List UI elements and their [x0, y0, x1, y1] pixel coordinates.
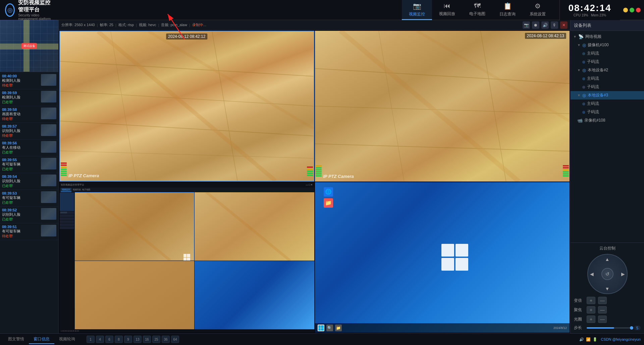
alert-item[interactable]: 08:39:51 有可疑车辆 待处理!	[0, 223, 58, 240]
ptz-focus-plus[interactable]: +	[587, 306, 595, 314]
tree-item-local3[interactable]: ▼ ◎ 本地设备#3	[571, 91, 644, 99]
tab-label-settings: 系统设置	[530, 11, 546, 17]
cam-feed-2: 2024-08-12 08:42:13 IP PTZ Camera	[315, 31, 570, 182]
alert-item[interactable]: 08:39:53 有可疑车辆 已处理!	[0, 190, 58, 207]
map-marker[interactable]: 测试设备	[21, 43, 37, 49]
layout-1[interactable]: 1	[87, 336, 95, 343]
tab-map[interactable]: 🗺 电子地图	[462, 0, 492, 20]
toolbar-record-btn[interactable]: ⏺	[532, 21, 539, 29]
left-panel: 悬浮地图 测试设备 08:40:00 检测到人脸 待处理! 08:39:59	[0, 20, 59, 333]
pip-winquad	[187, 254, 190, 257]
layout-6[interactable]: 6	[105, 336, 113, 343]
close-button[interactable]	[636, 8, 641, 12]
alert-item[interactable]: 08:39:56 有人在移动 已处理!	[0, 140, 58, 156]
ptz-iris-plus[interactable]: +	[587, 316, 595, 323]
tab-video-playback[interactable]: ⏮ 视频回放	[432, 0, 462, 20]
ptz-zoom-minus[interactable]: —	[598, 297, 607, 304]
alert-type: 有人在移动	[2, 145, 39, 150]
ptz-focus-minus[interactable]: —	[598, 306, 607, 314]
pip-wood-lines-1	[75, 193, 194, 260]
ptz-iris-minus[interactable]: —	[598, 316, 607, 323]
tree-item-local2[interactable]: ▼ ◎ 本地设备#2	[571, 66, 644, 74]
vol-seg	[61, 168, 67, 170]
alert-item[interactable]: 08:39:52 识别到人脸 已处理!	[0, 207, 58, 223]
layout-9[interactable]: 9	[124, 336, 132, 343]
tree-item-network[interactable]: ▼ 📡 网络视频	[571, 32, 644, 41]
video-grid: 2024-08-12 08:42:12 IP PTZ Camera	[59, 30, 570, 333]
tree-item-main-stream-100[interactable]: ◎ 主码流	[571, 49, 644, 58]
layout-36[interactable]: 36	[162, 336, 170, 343]
toolbar-close-btn[interactable]: ✕	[560, 21, 568, 29]
layout-16[interactable]: 16	[143, 336, 151, 343]
minimize-button[interactable]	[623, 8, 628, 12]
alert-meta: 08:39:51 有可疑车辆 待处理!	[2, 225, 39, 238]
toolbar-snapshot-btn[interactable]: 📷	[523, 21, 530, 29]
taskbar-icon-search[interactable]: 🔍	[326, 325, 333, 331]
ptz-home-button[interactable]: ↺	[601, 268, 613, 280]
alert-item[interactable]: 08:39:57 识别到人脸 待处理!	[0, 123, 58, 140]
tree-item-sub-stream-100[interactable]: ◎ 子码流	[571, 58, 644, 66]
tab-settings[interactable]: ⚙ 系统设置	[523, 0, 553, 20]
start-button[interactable]	[318, 325, 324, 331]
ptz-down-button[interactable]: ▼	[605, 286, 610, 291]
ptz-right-button[interactable]: ▶	[621, 271, 625, 277]
tree-expand-icon: ▼	[577, 68, 581, 72]
vol-seg	[563, 173, 569, 175]
ptz-left-button[interactable]: ◀	[590, 271, 594, 277]
layout-25[interactable]: 25	[152, 336, 160, 343]
alert-item[interactable]: 08:39:58 画面有变动 待处理!	[0, 106, 58, 123]
layout-13[interactable]: 13	[133, 336, 142, 343]
ptz-zoom-plus[interactable]: +	[587, 297, 595, 304]
tab-icon-playback: ⏮	[444, 2, 450, 10]
tree-item-main-stream-3[interactable]: ◎ 主码流	[571, 99, 644, 108]
tree-item-sub-stream-2[interactable]: ◎ 子码流	[571, 83, 644, 91]
ptz-up-button[interactable]: ▲	[605, 257, 610, 262]
video-cell-bottom-left[interactable]: 安防视频监控管理平台 — □ ✕ 视频监控 视频回放 电子地图	[59, 182, 314, 333]
cam-feed-1: 2024-08-12 08:42:12 IP PTZ Camera	[60, 31, 314, 181]
bottom-tab-window[interactable]: 窗口信息	[29, 335, 54, 344]
alert-item[interactable]: 08:39:59 检测到人脸 已处理!	[0, 89, 58, 106]
alert-status: 已处理!	[2, 150, 39, 155]
toolbar-mic-btn[interactable]: 🎙	[551, 21, 558, 29]
tree-item-main-stream-2[interactable]: ◎ 主码流	[571, 74, 644, 83]
video-cell-top-right[interactable]: 2024-08-12 08:42:13 IP PTZ Camera	[315, 31, 570, 182]
vol-seg	[316, 167, 322, 168]
ptz-iris-label: 光圈	[574, 317, 584, 322]
layout-8[interactable]: 8	[115, 336, 123, 343]
alert-item[interactable]: 08:40:00 检测到人脸 待处理!	[0, 73, 58, 89]
toolbar-audio-btn[interactable]: 🔊	[541, 21, 549, 29]
alert-item[interactable]: 08:39:54 识别到人脸 已处理!	[0, 173, 58, 190]
alert-item[interactable]: 08:39:55 有可疑车辆 已处理!	[0, 156, 58, 173]
video-cell-top-left[interactable]: 2024-08-12 08:42:12 IP PTZ Camera	[59, 31, 314, 182]
tree-item-cam100[interactable]: ▼ ◎ 摄像机#100	[571, 41, 644, 49]
ptz-step-slider[interactable]	[587, 327, 633, 329]
vol-seg	[316, 173, 322, 175]
alert-status: 已处理!	[2, 167, 39, 171]
device-tree: ▼ 📡 网络视频 ▼ ◎ 摄像机#100 ◎ 主码流 ◎ 子码流 ▼ ◎	[571, 31, 644, 243]
pip-alert-row	[60, 211, 74, 214]
pip-alert-row	[60, 220, 74, 223]
svg-line-12	[315, 144, 570, 151]
alert-thumb	[41, 225, 56, 236]
start-quad	[318, 328, 321, 331]
tab-logs[interactable]: 📋 日志查询	[492, 0, 523, 20]
layout-buttons: 1 4 6 8 9 13 16 25 36 64	[83, 336, 182, 343]
tree-item-sub-stream-3[interactable]: ◎ 子码流	[571, 108, 644, 116]
tree-item-dvr108[interactable]: 📹 录像机#108	[571, 116, 644, 125]
vol-seg	[307, 166, 313, 168]
cam-label-1: IP PTZ Camera	[68, 173, 99, 178]
bottom-tab-poll[interactable]: 视频轮询	[54, 335, 80, 344]
maximize-button[interactable]	[630, 8, 634, 12]
tab-video-monitor[interactable]: 📷 视频监控	[402, 0, 432, 20]
device-icon: ◎	[582, 68, 586, 73]
bottom-tab-alerts[interactable]: 图文警情	[3, 335, 29, 344]
svg-line-15	[340, 31, 519, 182]
toolbar-format: 格式: rtsp	[118, 22, 134, 27]
video-cell-bottom-right[interactable]: 🌐 📁	[315, 182, 570, 333]
vol-seg	[563, 171, 569, 172]
thumb-img	[41, 141, 56, 153]
layout-4[interactable]: 4	[96, 336, 104, 343]
layout-64[interactable]: 64	[171, 336, 179, 343]
pip-alerts	[60, 211, 74, 329]
taskbar-icon-fe[interactable]: 📁	[335, 325, 342, 331]
